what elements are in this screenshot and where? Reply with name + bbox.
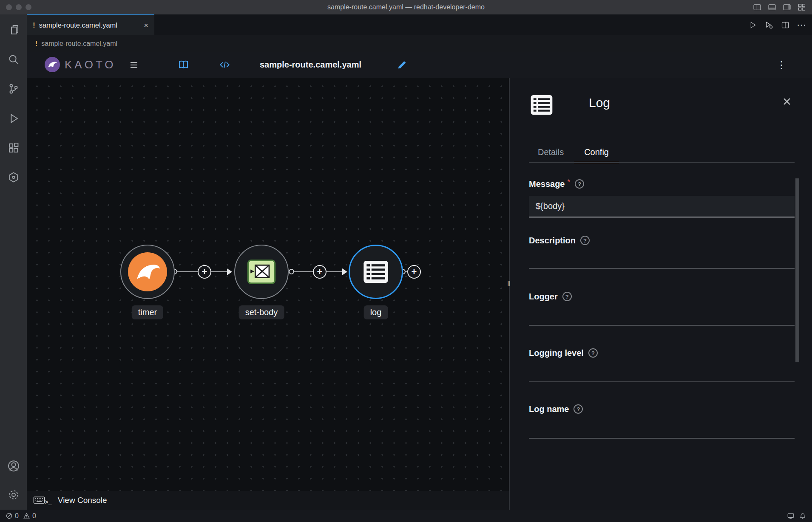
- field-label-logging-level: Logging level: [529, 348, 584, 358]
- flow-canvas[interactable]: + + + timer set-body log: [27, 78, 509, 491]
- field-logger: Logger ?: [529, 291, 572, 302]
- terminal-prompt-icon: >_: [45, 499, 52, 506]
- tab-close-icon[interactable]: ×: [144, 21, 148, 29]
- tab-label: sample-route.camel.yaml: [39, 21, 117, 29]
- field-label-logger: Logger: [529, 292, 558, 302]
- view-console-label: View Console: [58, 496, 107, 505]
- message-input[interactable]: ${body}: [529, 196, 795, 217]
- kaoto-toolbar: KAOTO sample-route.camel.yaml ⋮: [27, 52, 812, 78]
- notifications-bell-icon[interactable]: [799, 512, 806, 520]
- run-or-debug-icon[interactable]: [764, 20, 774, 30]
- help-icon-description[interactable]: ?: [580, 236, 590, 245]
- node-label-timer: timer: [132, 305, 163, 319]
- panel-title: Log: [589, 96, 610, 110]
- required-asterisk: *: [568, 178, 571, 186]
- account-icon[interactable]: [5, 457, 22, 474]
- hamburger-menu-icon[interactable]: [125, 52, 142, 78]
- field-log-name: Log name ?: [529, 403, 583, 415]
- kaoto-logo-icon: [45, 57, 60, 72]
- node-log[interactable]: [349, 245, 403, 299]
- timer-camel-icon: [128, 252, 167, 291]
- node-set-body[interactable]: [234, 245, 289, 299]
- error-count: 0: [15, 512, 19, 520]
- node-label-set-body: set-body: [239, 305, 284, 319]
- help-icon-logger[interactable]: ?: [562, 292, 572, 301]
- catalog-book-icon[interactable]: [175, 52, 192, 78]
- panel-scrollbar[interactable]: [795, 178, 799, 362]
- tab-details[interactable]: Details: [528, 141, 574, 163]
- field-label-description: Description: [529, 236, 576, 245]
- panel-close-icon[interactable]: [782, 96, 793, 107]
- field-description: Description ?: [529, 234, 590, 246]
- breadcrumb-label: sample-route.camel.yaml: [41, 40, 117, 48]
- breadcrumb-warning-badge: !: [35, 40, 37, 48]
- kaoto-extension-icon[interactable]: [5, 169, 22, 186]
- log-name-input[interactable]: [529, 422, 795, 439]
- keyboard-icon: [33, 496, 45, 505]
- help-icon-message[interactable]: ?: [575, 179, 584, 189]
- view-console-button[interactable]: >_ View Console: [27, 491, 509, 510]
- log-step-icon: [530, 94, 553, 116]
- activity-bar: [0, 14, 27, 510]
- append-step-button[interactable]: +: [407, 265, 421, 279]
- source-code-icon[interactable]: [216, 52, 233, 78]
- route-filename: sample-route.camel.yaml: [260, 52, 361, 78]
- problems-warnings[interactable]: 0: [23, 512, 36, 520]
- field-logging-level: Logging level ?: [529, 347, 598, 359]
- extensions-icon[interactable]: [5, 139, 22, 156]
- remote-window-icon[interactable]: [787, 512, 795, 520]
- search-icon[interactable]: [5, 51, 22, 68]
- node-label-log: log: [364, 305, 388, 319]
- layout-sidebar-right-icon[interactable]: [783, 3, 791, 11]
- split-editor-icon[interactable]: [781, 21, 789, 29]
- logging-level-input[interactable]: [529, 365, 795, 382]
- titlebar: sample-route.camel.yaml — redhat-develop…: [0, 0, 812, 14]
- log-icon: [363, 260, 389, 284]
- layout-customize-icon[interactable]: [798, 3, 806, 11]
- error-icon: [6, 512, 13, 519]
- logger-input[interactable]: [529, 309, 795, 326]
- problems-errors[interactable]: 0: [6, 512, 19, 520]
- warning-count: 0: [32, 512, 36, 520]
- panel-splitter-handle[interactable]: ‖: [504, 277, 514, 291]
- port-setbody-out: [289, 269, 294, 274]
- settings-gear-icon[interactable]: [5, 486, 22, 503]
- field-message: Message * ?: [529, 178, 584, 190]
- insert-step-button-1[interactable]: +: [198, 265, 211, 279]
- editor-actions: ⋯: [749, 14, 806, 35]
- arrowhead-to-log: [342, 268, 347, 275]
- kaoto-brand-text: KAOTO: [65, 58, 116, 71]
- warning-icon: [23, 512, 30, 519]
- field-label-log-name: Log name: [529, 404, 569, 414]
- help-icon-logging-level[interactable]: ?: [588, 348, 598, 358]
- toolbar-kebab-menu-icon[interactable]: ⋮: [773, 52, 790, 78]
- field-label-message: Message: [529, 179, 565, 189]
- tab-warning-badge: !: [33, 21, 35, 30]
- editor-more-actions-icon[interactable]: ⋯: [797, 20, 806, 30]
- tab-sample-route[interactable]: ! sample-route.camel.yaml ×: [27, 14, 154, 35]
- set-body-icon: [246, 257, 277, 287]
- edit-pencil-icon[interactable]: [393, 52, 410, 78]
- titlebar-layout-actions: [753, 0, 806, 14]
- tab-config[interactable]: Config: [574, 141, 619, 163]
- help-icon-log-name[interactable]: ?: [574, 404, 583, 414]
- config-panel: Log Details Config Message * ? ${body} D…: [509, 78, 812, 510]
- run-and-debug-icon[interactable]: [5, 110, 22, 127]
- layout-sidebar-left-icon[interactable]: [753, 3, 761, 11]
- panel-tabs-border: [529, 162, 795, 163]
- editor-tab-strip: ! sample-route.camel.yaml × ⋯: [27, 14, 812, 35]
- status-bar: 0 0: [0, 510, 812, 522]
- insert-step-button-2[interactable]: +: [313, 265, 327, 279]
- source-control-icon[interactable]: [5, 80, 22, 97]
- description-input[interactable]: [529, 252, 795, 269]
- breadcrumb[interactable]: ! sample-route.camel.yaml: [27, 35, 812, 52]
- arrowhead-to-setbody: [227, 268, 232, 275]
- vscode-window: sample-route.camel.yaml — redhat-develop…: [0, 0, 812, 522]
- window-title: sample-route.camel.yaml — redhat-develop…: [0, 0, 812, 14]
- panel-tabs: Details Config: [528, 141, 619, 163]
- node-timer[interactable]: [120, 245, 175, 299]
- run-file-icon[interactable]: [749, 21, 757, 29]
- layout-panel-icon[interactable]: [768, 3, 776, 11]
- kaoto-brand: KAOTO: [45, 57, 116, 72]
- explorer-icon[interactable]: [5, 21, 22, 38]
